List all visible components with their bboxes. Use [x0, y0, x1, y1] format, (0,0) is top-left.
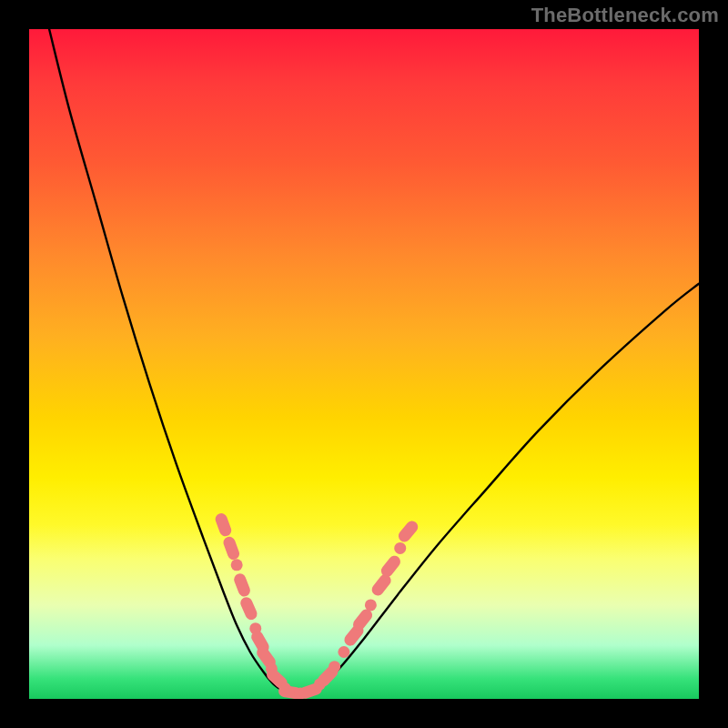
chart-frame: TheBottleneck.com: [0, 0, 728, 728]
marker-dot: [394, 542, 406, 554]
marker-capsule: [232, 571, 251, 598]
marker-capsule: [214, 511, 233, 538]
bottleneck-curve-svg: [29, 29, 699, 699]
marker-capsule: [222, 535, 241, 561]
marker-dot: [329, 661, 340, 672]
bottleneck-curve-path: [49, 29, 699, 695]
marker-dot: [365, 599, 377, 611]
marker-capsule: [238, 595, 258, 622]
marker-capsule: [396, 519, 420, 544]
watermark-text: TheBottleneck.com: [531, 4, 719, 27]
marker-dot: [231, 559, 243, 571]
marker-dot: [338, 646, 349, 658]
plot-area: [29, 29, 699, 699]
